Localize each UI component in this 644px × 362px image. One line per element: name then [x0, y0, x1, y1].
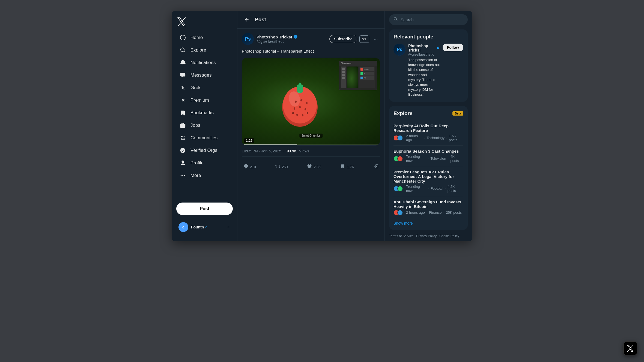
relevant-person-handle: @gisellaesthetic	[408, 52, 440, 56]
logo[interactable]	[172, 15, 237, 32]
explore-avatars-3	[393, 186, 404, 191]
sidebar-user[interactable]: c Fountn ✓ ···	[174, 219, 235, 235]
sidebar-item-more-label: More	[190, 173, 201, 178]
explore-avatars-2	[393, 156, 404, 161]
svg-point-3	[295, 101, 297, 103]
follow-button[interactable]: Follow	[443, 44, 463, 51]
explore-item-3[interactable]: Premier League's APT Rules Overturned: A…	[393, 166, 463, 196]
sidebar-item-notifications[interactable]: Notifications	[174, 57, 235, 69]
reply-icon	[243, 164, 248, 170]
explore-header: Explore Beta	[393, 110, 463, 116]
grok-float-icon	[627, 345, 634, 352]
grok-button[interactable]: x1	[359, 35, 369, 43]
progress-bar[interactable]	[242, 144, 380, 145]
main-content: Post Ps Photoshop Tricks! @gisellaesthet…	[237, 11, 385, 241]
verified-icon: ✓	[205, 225, 208, 229]
post-author-row: Ps Photoshop Tricks! @gisellaesthetic Su…	[242, 33, 380, 45]
search-box[interactable]	[389, 14, 468, 25]
mini-avatar-3b	[397, 186, 403, 191]
svg-point-9	[296, 114, 298, 116]
ps-layer-thumb-3	[360, 77, 363, 79]
relevant-person-bio: The possession of knowledge does not kil…	[408, 58, 440, 97]
sidebar-item-grok-label: Grok	[190, 85, 201, 90]
strawberry-svg	[275, 74, 324, 129]
search-input[interactable]	[401, 17, 463, 22]
smart-graphics-label: Smart Graphics	[299, 134, 323, 138]
post-image-canvas: Photoshop	[242, 58, 380, 145]
grok-float-button[interactable]	[623, 341, 637, 355]
ps-layer-3: FX	[360, 76, 374, 80]
sidebar-item-profile-label: Profile	[190, 160, 204, 166]
sidebar-item-premium[interactable]: ✕ Premium	[174, 94, 235, 106]
sidebar-item-grok[interactable]: 𝕏 Grok	[174, 82, 235, 94]
terms-text: Terms of Service · Privacy Policy · Cook…	[389, 234, 468, 238]
share-button[interactable]	[372, 162, 380, 172]
explore-item-1[interactable]: Perplexity AI Rolls Out Deep Research Fe…	[393, 120, 463, 146]
explore-icon	[180, 47, 186, 53]
mini-avatar-1b	[397, 135, 403, 141]
sidebar-item-messages[interactable]: Messages	[174, 69, 235, 81]
explore-item-1-title: Perplexity AI Rolls Out Deep Research Fe…	[393, 123, 463, 133]
ps-canvas-preview	[347, 67, 358, 88]
explore-avatars-4	[393, 210, 404, 215]
post-views-label: Views	[299, 149, 309, 153]
nav: Home Explore Notifications Messages	[172, 32, 237, 198]
like-button[interactable]: 2.3K	[305, 162, 323, 172]
sidebar-item-jobs[interactable]: Jobs	[174, 119, 235, 131]
reply-count: 210	[250, 165, 256, 169]
messages-icon	[180, 72, 186, 79]
relevant-person: Ps Photoshop Tricks! @gisellaesthetic Th…	[393, 44, 463, 97]
svg-point-8	[305, 108, 306, 110]
sidebar-item-home-label: Home	[190, 35, 203, 40]
post-meta: 10:05 PM · Jan 6, 2025 · 93.9K Views	[242, 149, 380, 157]
ps-canvas-image	[347, 67, 358, 88]
bookmark-count: 1.7K	[347, 165, 354, 169]
duration-badge: 1:25	[244, 138, 254, 143]
relevant-person-verified-icon	[437, 46, 440, 50]
sidebar-item-communities[interactable]: Communities	[174, 132, 235, 144]
explore-item-4-meta: 2 hours ago · Finance · 25K posts	[393, 210, 463, 215]
post-button[interactable]: Post	[176, 203, 233, 215]
svg-rect-18	[299, 83, 301, 89]
grok-icon: 𝕏	[180, 85, 186, 91]
ps-tools	[341, 67, 346, 88]
post-text: Photoshop Tutorial – Transparent Effect	[242, 48, 380, 55]
sidebar-item-bookmarks[interactable]: Bookmarks	[174, 107, 235, 119]
bookmark-button[interactable]: 1.7K	[339, 162, 356, 172]
mini-avatar-4b	[397, 210, 403, 215]
relevant-person-name: Photoshop Tricks!	[408, 44, 440, 52]
sidebar-item-more[interactable]: More	[174, 170, 235, 182]
sidebar-item-home[interactable]: Home	[174, 32, 235, 44]
user-name: Fountn ✓	[191, 225, 224, 229]
sidebar-item-profile[interactable]: Profile	[174, 157, 235, 169]
sidebar-item-messages-label: Messages	[190, 73, 211, 78]
sidebar-item-verified-orgs[interactable]: Verified Orgs	[174, 144, 235, 156]
like-count: 2.3K	[314, 165, 321, 169]
sidebar: Home Explore Notifications Messages	[172, 11, 237, 241]
show-more-link[interactable]: Show more	[393, 219, 463, 225]
retweet-icon	[275, 164, 280, 170]
sidebar-item-communities-label: Communities	[190, 135, 217, 141]
explore-item-4[interactable]: Abu Dhabi Sovereign Fund Invests Heavily…	[393, 196, 463, 219]
sidebar-item-verified-orgs-label: Verified Orgs	[190, 148, 217, 153]
explore-item-2[interactable]: Euphoria Season 3 Cast Changes Trending …	[393, 146, 463, 166]
post-timestamp: 10:05 PM · Jan 6, 2025	[242, 149, 281, 153]
more-options-button[interactable]: ···	[371, 35, 380, 43]
profile-icon	[180, 160, 186, 166]
post-image-container[interactable]: Photoshop	[242, 58, 380, 146]
reply-button[interactable]: 210	[242, 162, 258, 172]
premium-icon: ✕	[180, 97, 186, 104]
sidebar-item-bookmarks-label: Bookmarks	[190, 110, 214, 116]
post-author-avatar: Ps	[242, 33, 254, 45]
sidebar-item-explore[interactable]: Explore	[174, 44, 235, 56]
explore-item-4-title: Abu Dhabi Sovereign Fund Invests Heavily…	[393, 200, 463, 209]
verified-badge-icon	[293, 35, 298, 39]
user-info: Fountn ✓	[191, 225, 224, 229]
post-actions: Subscribe x1 ···	[329, 35, 380, 43]
retweet-button[interactable]: 260	[274, 162, 290, 172]
back-button[interactable]	[242, 15, 252, 25]
bookmark-icon	[340, 164, 345, 170]
ps-layer-2: BG	[360, 72, 374, 76]
ps-tool-2	[342, 71, 345, 73]
subscribe-button[interactable]: Subscribe	[329, 35, 357, 43]
